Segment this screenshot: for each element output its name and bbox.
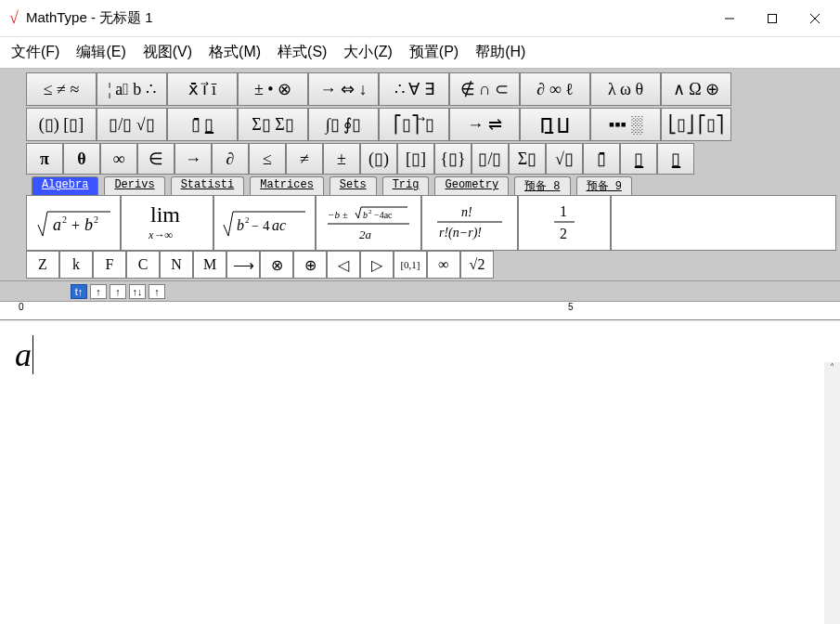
palette-logic[interactable]: ∴ ∀ ∃ (379, 72, 449, 106)
menu-size[interactable]: 大小(Z) (338, 39, 397, 66)
sym-oplus[interactable]: ⊕ (293, 251, 327, 279)
tmpl-labarrows[interactable]: → ⇌ (449, 108, 520, 141)
tmpl-subsup[interactable]: ▯̄ ▯̲ (167, 108, 238, 141)
equation-editor[interactable]: a (0, 320, 840, 562)
tabstop-4[interactable]: ↑↓ (129, 284, 146, 299)
sym-sigma[interactable]: Σ▯ (509, 143, 546, 175)
sym-pm[interactable]: ± (323, 143, 360, 175)
sym-brace[interactable]: {▯} (434, 143, 472, 175)
tab-custom-8[interactable]: 预备 8 (514, 176, 570, 195)
tabstop-1[interactable]: t↑ (71, 284, 87, 299)
equation-content: a (15, 335, 33, 374)
tmpl-products[interactable]: ∏̲ ∐ (520, 108, 590, 141)
palette-row-1: ≤ ≠ ≈ ¦ aͫ b ∴ x̄ i⃗ ī ± • ⊗ → ⇔ ↓ ∴ ∀ ∃… (4, 72, 836, 106)
svg-text:2: 2 (245, 215, 250, 225)
frak-n[interactable]: N (160, 251, 193, 279)
tmpl-sums[interactable]: Σ▯ Σ▯ (238, 108, 308, 141)
tmpl-sqrt-a2b2[interactable]: a 2 + b 2 (26, 195, 121, 251)
sym-partial[interactable]: ∂ (212, 143, 249, 175)
long-arrow[interactable]: ⟶ (226, 251, 260, 279)
sym-otimes[interactable]: ⊗ (260, 251, 293, 279)
menu-file[interactable]: 文件(F) (6, 39, 65, 66)
sym-overbar[interactable]: ▯̄ (583, 143, 620, 175)
sym-under2[interactable]: ▯̲ (657, 143, 694, 175)
sym-tri-l[interactable]: ◁ (327, 251, 360, 279)
tmpl-empty-slot[interactable] (611, 195, 836, 251)
menu-preset[interactable]: 预置(P) (404, 39, 464, 66)
menu-format[interactable]: 格式(M) (203, 39, 266, 66)
svg-rect-1 (769, 14, 777, 22)
menu-help[interactable]: 帮助(H) (470, 39, 531, 66)
tmpl-bars[interactable]: ⎡▯⎤ ⃗▯ (379, 108, 449, 141)
tab-geometry[interactable]: Geometry (434, 176, 509, 195)
svg-text:2: 2 (560, 226, 567, 241)
sym-tri-r[interactable]: ▷ (360, 251, 394, 279)
tmpl-fractions[interactable]: ▯/▯ √▯ (97, 108, 167, 141)
tmpl-boxes[interactable]: ⎣▯⎦ ⎡▯⎤ (661, 108, 731, 141)
palette-greek-lc[interactable]: λ ω θ (590, 72, 661, 106)
sym-interval[interactable]: [0,1] (394, 251, 427, 279)
tab-custom-9[interactable]: 预备 9 (576, 176, 632, 195)
sym-in[interactable]: ∈ (137, 143, 174, 175)
sym-pi[interactable]: π (26, 143, 63, 175)
tab-derivs[interactable]: Derivs (104, 176, 164, 195)
ruler[interactable]: 0 5 (0, 302, 840, 320)
vertical-scrollbar[interactable]: ˄ (824, 362, 840, 624)
tmpl-npr[interactable]: n! r!(n−r)! (421, 195, 518, 251)
sym-infty[interactable]: ∞ (100, 143, 137, 175)
tab-sets[interactable]: Sets (330, 176, 377, 195)
tab-statistics[interactable]: Statisti (171, 176, 245, 195)
palette-arrows[interactable]: → ⇔ ↓ (308, 72, 379, 106)
tmpl-quadratic-formula[interactable]: −b ± b2 −4ac 2a (316, 195, 421, 251)
sym-theta[interactable]: θ (63, 143, 100, 175)
sym-infty2[interactable]: ∞ (427, 251, 460, 279)
close-button[interactable] (794, 1, 836, 36)
window-title: MathType - 无标题 1 (26, 9, 153, 27)
tab-matrices[interactable]: Matrices (250, 176, 324, 195)
menu-view[interactable]: 视图(V) (137, 39, 198, 66)
sym-frac[interactable]: ▯/▯ (472, 143, 509, 175)
palette-spaces[interactable]: ¦ aͫ b ∴ (97, 72, 167, 106)
palette-greek-uc[interactable]: ∧ Ω ⊕ (661, 72, 731, 106)
bb-z[interactable]: Z (26, 251, 59, 279)
app-logo-icon: √ (9, 8, 19, 28)
sym-neq[interactable]: ≠ (286, 143, 323, 175)
palette-settheory[interactable]: ∉ ∩ ⊂ (449, 72, 520, 106)
sym-paren[interactable]: (▯) (360, 143, 397, 175)
sym-bracket[interactable]: [▯] (397, 143, 434, 175)
tab-algebra[interactable]: Algebra (32, 176, 98, 195)
svg-text:+: + (71, 217, 80, 233)
sym-under1[interactable]: ▯̲ (620, 143, 657, 175)
sym-arrow[interactable]: → (174, 143, 212, 175)
template-bar: a 2 + b 2 lim x→∞ b 2 − 4 ac (4, 195, 836, 251)
tab-trig[interactable]: Trig (382, 176, 430, 195)
svg-text:−4ac: −4ac (374, 210, 393, 220)
tmpl-integrals[interactable]: ∫▯ ∮▯ (308, 108, 379, 141)
tabstop-2[interactable]: ↑ (90, 284, 107, 299)
menu-edit[interactable]: 编辑(E) (71, 39, 131, 66)
sym-leq[interactable]: ≤ (249, 143, 286, 175)
palette-operators[interactable]: ± • ⊗ (238, 72, 308, 106)
tabstop-5[interactable]: ↑ (149, 284, 165, 299)
frak-m[interactable]: M (193, 251, 226, 279)
palette-misc[interactable]: ∂ ∞ ℓ (520, 72, 590, 106)
tmpl-limit[interactable]: lim x→∞ (121, 195, 213, 251)
sym-sqrt[interactable]: √▯ (546, 143, 583, 175)
palette-relational[interactable]: ≤ ≠ ≈ (26, 72, 97, 106)
scroll-up-icon[interactable]: ˄ (824, 362, 840, 378)
tmpl-one-half[interactable]: 1 2 (518, 195, 611, 251)
tmpl-matrices[interactable]: ▪▪▪ ░ (590, 108, 661, 141)
palette-row-3: π θ ∞ ∈ → ∂ ≤ ≠ ± (▯) [▯] {▯} ▯/▯ Σ▯ √▯ … (4, 143, 836, 175)
tmpl-sqrt-discriminant[interactable]: b 2 − 4 ac (213, 195, 316, 251)
bb-f[interactable]: F (93, 251, 126, 279)
palette-embellish[interactable]: x̄ i⃗ ī (167, 72, 238, 106)
svg-text:a: a (53, 215, 61, 234)
menu-style[interactable]: 样式(S) (272, 39, 332, 66)
sym-sqrt2[interactable]: √2 (460, 251, 494, 279)
tmpl-fences[interactable]: (▯) [▯] (26, 108, 97, 141)
tabstop-3[interactable]: ↑ (110, 284, 126, 299)
bb-c[interactable]: C (126, 251, 160, 279)
minimize-button[interactable] (708, 1, 751, 36)
maximize-button[interactable] (751, 1, 794, 36)
bb-k[interactable]: k (59, 251, 93, 279)
